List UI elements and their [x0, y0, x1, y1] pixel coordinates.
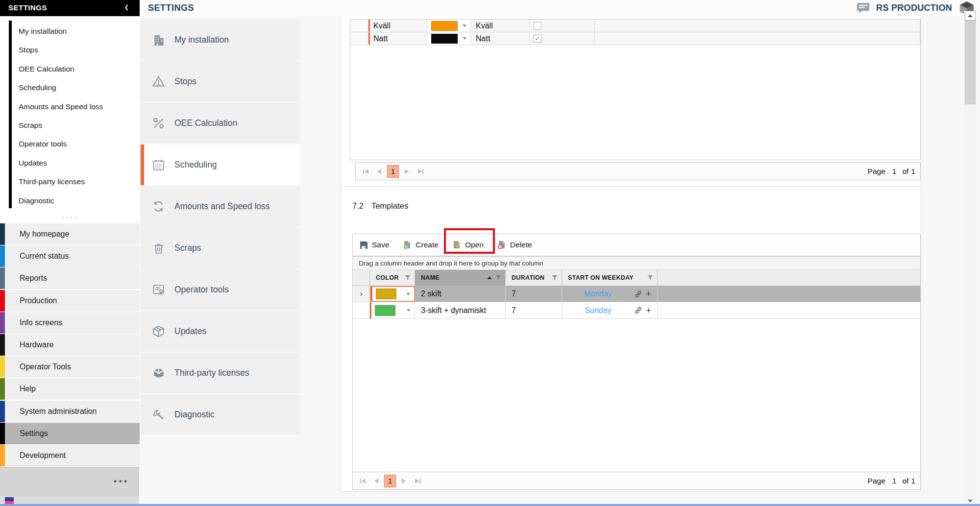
template-color-dropdown[interactable] [370, 286, 415, 302]
sidebar-item-scraps[interactable]: Scraps [19, 116, 138, 135]
add-icon[interactable]: + [646, 307, 651, 314]
table-row[interactable]: Natt Natt ✓ [350, 32, 920, 45]
collapse-sidebar-icon[interactable]: ❮ [124, 4, 129, 10]
pager-first-button[interactable] [358, 475, 368, 487]
module-item-current-status[interactable]: Current status [0, 245, 140, 267]
sidebar-splitter-handle[interactable]: ···· [0, 214, 140, 222]
module-item-reports[interactable]: Reports [0, 267, 140, 289]
pager-next-button[interactable] [398, 475, 409, 487]
template-duration-cell[interactable]: 7 [506, 302, 562, 318]
filter-icon[interactable] [552, 275, 558, 281]
pager-current-page[interactable]: 1 [384, 475, 396, 487]
row-indicator-cell [350, 20, 368, 32]
scroll-up-button[interactable] [965, 11, 976, 21]
delete-button[interactable]: Delete [496, 239, 533, 251]
language-flag-icon[interactable] [5, 497, 14, 505]
weekday-link[interactable]: Monday [562, 289, 634, 298]
module-item-help[interactable]: Help [0, 378, 140, 400]
pager-last-button[interactable] [415, 166, 425, 177]
module-item-info-screens[interactable]: Info screens [0, 312, 140, 334]
save-label: Save [372, 241, 389, 249]
link-icon[interactable] [634, 306, 642, 314]
template-name-cell[interactable]: 2 skift [415, 286, 506, 302]
checkbox-unchecked[interactable] [534, 22, 541, 30]
template-weekday-cell[interactable]: Sunday + [562, 302, 658, 318]
pager-prev-button[interactable] [374, 166, 385, 177]
weekday-column-header[interactable]: START ON WEEKDAY [562, 270, 658, 286]
color-column-header[interactable]: COLOR [370, 270, 415, 286]
shift-name-cell[interactable]: Natt [368, 32, 427, 45]
template-name-cell[interactable]: 3-skift + dynamiskt [415, 302, 506, 318]
settings-menu-oee-calculation[interactable]: OEE Calculation [141, 103, 300, 144]
shift-display-name: Natt [476, 34, 490, 43]
scrollbar-thumb[interactable] [965, 21, 976, 104]
settings-menu-my-installation[interactable]: My installation [141, 20, 300, 60]
open-button[interactable]: Open [451, 239, 485, 251]
sidebar-item-my-installation[interactable]: My installation [19, 22, 138, 41]
settings-menu-label: Scheduling [174, 160, 217, 170]
sidebar-item-diagnostic[interactable]: Diagnostic [19, 192, 138, 210]
sidebar-item-scheduling[interactable]: Scheduling [19, 78, 138, 97]
save-button[interactable]: Save [359, 239, 390, 251]
table-row[interactable]: Kväll Kväll [350, 20, 920, 32]
dirty-marker [370, 302, 371, 318]
duration-column-header[interactable]: DURATION [506, 270, 562, 286]
template-row-selected[interactable]: › 2 skift 7 Monday + [353, 286, 920, 302]
dirty-marker [371, 287, 372, 301]
pager-current-page[interactable]: 1 [387, 165, 399, 178]
template-color-dropdown[interactable] [370, 302, 415, 318]
shift-display-name-cell[interactable]: Kväll [471, 20, 530, 32]
pager-first-button[interactable] [361, 166, 371, 177]
sidebar-item-amounts-speed-loss[interactable]: Amounts and Speed loss [19, 97, 138, 116]
pager-prev-button[interactable] [371, 475, 382, 487]
link-icon[interactable] [634, 290, 642, 298]
template-weekday-cell[interactable]: Monday + [562, 286, 658, 302]
settings-menu-third-party-licenses[interactable]: Third-party licenses [141, 353, 300, 393]
shift-color-dropdown[interactable] [427, 20, 471, 32]
settings-menu-operator-tools[interactable]: Operator tools [141, 269, 300, 310]
shift-color-dropdown[interactable] [427, 32, 471, 45]
sidebar-item-updates[interactable]: Updates [19, 154, 138, 172]
chat-icon[interactable] [857, 2, 870, 14]
create-button[interactable]: Create [402, 239, 440, 251]
module-item-hardware[interactable]: Hardware [0, 334, 140, 356]
shift-name-cell[interactable]: Kväll [368, 20, 427, 32]
template-duration-cell[interactable]: 7 [506, 286, 562, 302]
shift-display-name-cell[interactable]: Natt [471, 32, 530, 45]
expand-row-cell[interactable]: › [353, 286, 370, 302]
module-item-system-administration[interactable]: System administration [0, 401, 140, 422]
section-heading: 7.2 Templates [352, 201, 408, 211]
settings-menu-diagnostic[interactable]: Diagnostic [141, 394, 300, 435]
shift-flag-cell [530, 20, 595, 32]
module-item-development[interactable]: Development [0, 445, 140, 466]
shifts-table: Kväll Kväll Natt Natt ✓ [350, 19, 921, 160]
module-item-settings[interactable]: Settings [0, 423, 140, 444]
settings-menu-updates[interactable]: Updates [141, 311, 300, 352]
settings-menu-amounts-speed-loss[interactable]: Amounts and Speed loss [141, 186, 300, 227]
sidebar-item-oee-calculation[interactable]: OEE Calculation [19, 60, 138, 78]
filter-icon[interactable] [495, 275, 501, 281]
group-by-drop-zone[interactable]: Drag a column header and drop it here to… [353, 257, 920, 270]
settings-menu-scraps[interactable]: Scraps [141, 228, 300, 268]
more-options-icon[interactable]: ••• [114, 479, 129, 484]
module-item-operator-tools[interactable]: Operator Tools [0, 356, 140, 378]
sidebar-item-stops[interactable]: Stops [19, 41, 138, 59]
filter-icon[interactable] [405, 275, 411, 281]
sidebar-item-operator-tools[interactable]: Operator tools [19, 135, 138, 153]
module-label: Info screens [20, 318, 62, 327]
settings-menu-stops[interactable]: Stops [141, 61, 300, 102]
module-item-production[interactable]: Production [0, 290, 140, 312]
expand-row-cell[interactable] [353, 302, 370, 318]
add-icon[interactable]: + [646, 290, 651, 298]
weekday-link[interactable]: Sunday [562, 306, 634, 315]
name-column-header[interactable]: NAME [415, 270, 506, 286]
settings-menu-scheduling[interactable]: Scheduling [141, 145, 300, 185]
pager-next-button[interactable] [401, 166, 412, 177]
template-row[interactable]: 3-skift + dynamiskt 7 Sunday + [353, 302, 920, 319]
sidebar-item-third-party-licenses[interactable]: Third-party licenses [19, 172, 138, 191]
checkbox-checked[interactable]: ✓ [534, 35, 541, 43]
filter-icon[interactable] [647, 275, 653, 281]
vertical-scrollbar[interactable] [964, 11, 977, 506]
module-item-my-homepage[interactable]: My homepage [0, 223, 140, 245]
pager-last-button[interactable] [412, 475, 422, 487]
